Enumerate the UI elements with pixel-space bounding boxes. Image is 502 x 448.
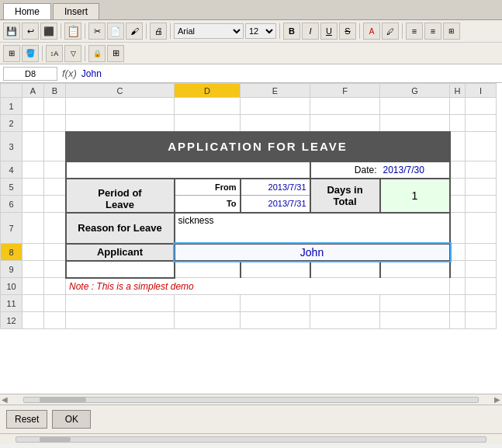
filter-button[interactable]: ▽ — [64, 45, 81, 62]
cell-I1[interactable] — [466, 98, 497, 115]
cell-B5[interactable] — [44, 179, 66, 196]
tab-insert[interactable]: Insert — [53, 3, 99, 19]
cell-C9[interactable] — [66, 261, 175, 278]
cell-E2[interactable] — [241, 115, 310, 132]
cell-D9[interactable] — [175, 261, 241, 278]
cell-A7[interactable] — [23, 213, 44, 244]
cell-C11[interactable] — [66, 295, 175, 312]
italic-button[interactable]: I — [302, 23, 319, 40]
cell-F12[interactable] — [310, 312, 380, 329]
cell-D8-applicant-value[interactable]: John — [175, 244, 450, 261]
row-header-9[interactable]: 9 — [1, 261, 23, 278]
font-name-select[interactable]: Arial — [174, 23, 244, 39]
cell-A9[interactable] — [23, 261, 44, 278]
row-header-2[interactable]: 2 — [1, 115, 23, 132]
col-header-C[interactable]: C — [66, 84, 175, 98]
col-header-B[interactable]: B — [44, 84, 66, 98]
merge-button[interactable]: ⊞ — [443, 23, 460, 40]
row-header-8[interactable]: 8 — [1, 244, 23, 261]
cell-A11[interactable] — [23, 295, 44, 312]
cell-B10[interactable] — [44, 278, 66, 295]
cell-H5[interactable] — [450, 179, 466, 196]
highlight-button[interactable]: 🖊 — [382, 23, 399, 40]
row-header-11[interactable]: 11 — [1, 295, 23, 312]
cell-A12[interactable] — [23, 312, 44, 329]
cell-I11[interactable] — [466, 295, 497, 312]
cell-A4[interactable] — [23, 161, 44, 179]
copy-button[interactable]: 📄 — [107, 23, 124, 40]
freeze-button[interactable]: 🔒 — [88, 45, 106, 62]
cell-A1[interactable] — [23, 98, 44, 115]
cell-I2[interactable] — [466, 115, 497, 132]
borders-button[interactable]: ⊞ — [3, 45, 20, 62]
align-center-button[interactable]: ≡ — [424, 23, 441, 40]
cell-B4[interactable] — [44, 161, 66, 179]
align-left-button[interactable]: ≡ — [406, 23, 423, 40]
cell-I3[interactable] — [466, 132, 497, 161]
cell-A5[interactable] — [23, 179, 44, 196]
cell-E5-from-value[interactable]: 2013/7/31 — [241, 179, 310, 196]
cell-A10[interactable] — [23, 278, 44, 295]
row-header-6[interactable]: 6 — [1, 196, 23, 213]
ok-button[interactable]: OK — [52, 410, 91, 429]
cell-D1[interactable] — [175, 98, 241, 115]
cell-H11[interactable] — [450, 295, 466, 312]
cell-I12[interactable] — [466, 312, 497, 329]
cell-H10[interactable] — [450, 278, 466, 295]
cell-B8[interactable] — [44, 244, 66, 261]
cell-A2[interactable] — [23, 115, 44, 132]
cell-H12[interactable] — [450, 312, 466, 329]
cell-G11[interactable] — [380, 295, 450, 312]
cell-D12[interactable] — [175, 312, 241, 329]
format-painter-button[interactable]: 🖌 — [126, 23, 143, 40]
save-button[interactable]: 💾 — [3, 23, 20, 40]
cell-B3[interactable] — [44, 132, 66, 161]
cell-H4[interactable] — [450, 161, 466, 179]
cell-H3[interactable] — [450, 132, 466, 161]
paste-button[interactable]: 📋 — [64, 23, 81, 40]
cell-H9[interactable] — [450, 261, 466, 278]
bottom-scrollbar-2[interactable] — [0, 433, 502, 444]
cell-E11[interactable] — [241, 295, 310, 312]
cell-C2[interactable] — [66, 115, 175, 132]
cell-D7-reason-value[interactable]: sickness — [175, 213, 450, 244]
row-header-10[interactable]: 10 — [1, 278, 23, 295]
sort-button[interactable]: ↕A — [46, 45, 63, 62]
cell-A6[interactable] — [23, 196, 44, 213]
col-header-E[interactable]: E — [241, 84, 310, 98]
col-header-G[interactable]: G — [380, 84, 450, 98]
row-header-3[interactable]: 3 — [1, 132, 23, 161]
scrollbar-track[interactable] — [23, 397, 479, 403]
row-header-12[interactable]: 12 — [1, 312, 23, 329]
cell-C3[interactable]: APPLICATION FOR LEAVE — [66, 132, 450, 161]
cell-G9[interactable] — [380, 261, 450, 278]
strikethrough-button[interactable]: S — [339, 23, 356, 40]
cell-F11[interactable] — [310, 295, 380, 312]
cell-E4[interactable] — [241, 161, 310, 179]
cell-E12[interactable] — [241, 312, 310, 329]
cell-G2[interactable] — [380, 115, 450, 132]
cell-H7[interactable] — [450, 213, 466, 244]
grid-view-button[interactable]: ⊞ — [107, 45, 124, 62]
cell-I6[interactable] — [466, 196, 497, 213]
row-header-4[interactable]: 4 — [1, 161, 23, 179]
cut-button[interactable]: ✂ — [88, 23, 106, 40]
cell-F2[interactable] — [310, 115, 380, 132]
cell-B7[interactable] — [44, 213, 66, 244]
undo-button[interactable]: ↩ — [22, 23, 39, 40]
cell-G1[interactable] — [380, 98, 450, 115]
cell-B2[interactable] — [44, 115, 66, 132]
bold-button[interactable]: B — [283, 23, 300, 40]
col-header-D[interactable]: D — [175, 84, 241, 98]
cell-B6[interactable] — [44, 196, 66, 213]
cell-D4[interactable] — [175, 161, 241, 179]
col-header-F[interactable]: F — [310, 84, 380, 98]
cell-C1[interactable] — [66, 98, 175, 115]
col-header-H[interactable]: H — [450, 84, 466, 98]
cell-reference-input[interactable] — [3, 67, 57, 81]
underline-button[interactable]: U — [320, 23, 338, 40]
cell-I10[interactable] — [466, 278, 497, 295]
cell-C4[interactable] — [66, 161, 175, 179]
cell-F1[interactable] — [310, 98, 380, 115]
font-color-button[interactable]: A — [363, 23, 380, 40]
